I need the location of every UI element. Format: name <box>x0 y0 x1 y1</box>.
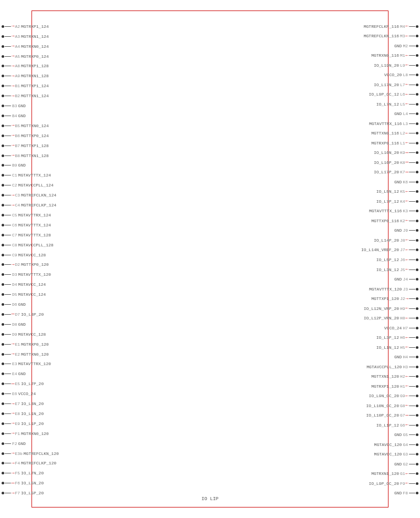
left-pin-d3: D3MGTAVTTTX_120 <box>2 271 51 278</box>
pin-dot <box>416 385 418 388</box>
pin-name: MGTTXN0_116 <box>371 131 399 136</box>
pin-dot <box>416 210 418 212</box>
pin-name: GND <box>394 44 402 48</box>
right-pin-h1: ←H1MGTRXP1_120 <box>371 383 418 390</box>
right-pin-j6: ←J6IO_L5P_12 <box>376 256 418 263</box>
pin-dot <box>416 122 418 125</box>
pin-name: GND <box>394 180 402 184</box>
pin-dot <box>2 372 4 375</box>
pin-name: MGTTXP1_120 <box>371 296 399 301</box>
pin-name: MGTAVCCPLL_128 <box>18 243 54 247</box>
pin-name: IO_L3P_12 <box>376 335 399 340</box>
right-pin-h4: H4GND <box>394 354 418 360</box>
pin-name: GND <box>394 228 402 233</box>
pin-dot <box>416 366 418 368</box>
pin-dot <box>2 472 4 474</box>
pin-name: MGTAVTTTX_120 <box>18 272 51 277</box>
pin-name: IO_L9N_CC_20 <box>369 393 399 398</box>
left-pin-b7: →B7MGTTXP1_128 <box>2 142 49 149</box>
pin-dot <box>2 174 4 177</box>
left-pin-d9: D9MGTAVCC_128 <box>2 331 46 338</box>
pin-dot <box>416 181 418 183</box>
pin-name: MGTAVTTRX_124 <box>18 213 51 217</box>
pin-dot <box>2 442 4 445</box>
right-pin-l4: L4GND <box>394 110 418 117</box>
left-pin-f7: →F7IO_L5P_20 <box>2 490 44 496</box>
pin-name: MGTAVCC_124 <box>18 292 46 297</box>
left-pin-e5: ↔E5IO_L7P_20 <box>2 380 44 387</box>
pin-name: IO_L10P_CC_20 <box>366 413 399 418</box>
pin-name: GND <box>18 302 26 307</box>
pin-name: IO_L5P_20 <box>21 491 44 495</box>
right-pin-g9: ←G9IO_L9N_CC_20 <box>369 392 418 399</box>
pin-dot <box>2 492 4 494</box>
pin-dot <box>2 25 4 28</box>
pin-dot <box>2 154 4 157</box>
right-pin-j4: J4GND <box>394 276 418 283</box>
pin-name: MGTRXN1_120 <box>371 471 399 476</box>
pin-dot <box>2 184 4 187</box>
pin-name: VCCO_24 <box>18 391 36 396</box>
pin-name: GND <box>18 322 26 327</box>
pin-name: MGTTXN1_128 <box>21 153 49 158</box>
pin-dot <box>2 105 4 107</box>
right-pin-l3: L3MGTAVTTRX_116 <box>369 120 418 127</box>
pin-dot <box>2 353 4 356</box>
pin-dot <box>416 171 418 173</box>
pin-dot <box>2 392 4 395</box>
left-pin-f1: →F1MGTRXN0_120 <box>2 430 49 437</box>
pin-dot <box>416 35 418 37</box>
pin-dot <box>2 323 4 326</box>
pin-name: MGTAVTTTX_116 <box>369 209 402 213</box>
right-pin-h5: ←H5IO_L1N_12 <box>376 344 418 351</box>
right-pin-j2: →J2MGTTXP1_120 <box>371 295 418 302</box>
left-pin-a5: →A5MGTRXP0_124 <box>2 53 49 60</box>
pin-dot <box>416 288 418 291</box>
right-pin-h7: H7VCCO_24 <box>384 325 418 331</box>
pin-dot <box>416 327 418 329</box>
right-pin-j3: J3MGTAVTTTX_120 <box>369 286 418 293</box>
pin-dot <box>416 74 418 76</box>
right-pin-m1: ←M1MGTRXN0_116 <box>371 52 418 59</box>
left-pin-a2: →A2MGTRXP1_124 <box>2 23 49 30</box>
right-pin-h8: ←H8IO_L12P_VRN_20 <box>364 315 418 322</box>
left-pin-a9: →A9MGTRXN1_128 <box>2 72 49 79</box>
left-pin-d4: D4MGTAVCC_124 <box>2 281 46 288</box>
pin-dot <box>416 142 418 144</box>
pin-name: MGTAVTTTX_120 <box>369 287 402 292</box>
pin-dot <box>2 343 4 346</box>
right-pin-j8: ←J8IO_L14P_20 <box>374 237 418 244</box>
right-pin-l9: ←L9IO_L19N_20 <box>374 62 418 69</box>
pin-name: IO_L19N_20 <box>374 63 399 68</box>
pin-dot <box>2 432 4 435</box>
left-pin-d2: →D2MGTTXP0_120 <box>2 261 49 268</box>
left-pin-e3b: →E3bMGTREFCLKN_120 <box>2 450 59 457</box>
pin-name: IO_L10N_CC_20 <box>366 403 399 408</box>
pin-name: IO_L5N_12 <box>376 189 399 194</box>
pin-name: IO_L1P_12 <box>376 423 399 428</box>
pin-dot <box>2 333 4 336</box>
pin-dot <box>2 273 4 276</box>
pin-dot <box>416 297 418 300</box>
pin-dot <box>2 144 4 147</box>
pin-name: IO_L3P_20 <box>21 312 44 317</box>
pin-dot <box>416 424 418 427</box>
pin-name: IO_L1N_12 <box>376 345 399 350</box>
pin-dot <box>2 234 4 236</box>
pin-name: MGTREFCLKN_120 <box>24 451 59 456</box>
pin-dot <box>2 224 4 226</box>
left-pin-f5: →F5IO_L7N_20 <box>2 470 44 476</box>
left-pin-f4: →F4MGTREFCLKP_120 <box>2 460 56 467</box>
pin-name: MGTTXN1_124 <box>21 94 49 98</box>
right-pin-m3: ←M3MGTREFCLKN_116 <box>364 33 418 39</box>
pin-name: IO_L12P_VRN_20 <box>364 316 399 320</box>
pin-dot <box>2 75 4 77</box>
left-pin-f6: ↔F6IO_L5N_20 <box>2 480 44 486</box>
chip-body: →A2MGTRXP1_124→A3MGTRXN1_124→A4MGTRXN0_1… <box>32 11 388 507</box>
pin-dot <box>416 200 418 203</box>
left-pin-e3: E3MGTAVTTRX_120 <box>2 360 51 367</box>
right-pin-g6: ←G6IO_L1P_12 <box>376 422 418 429</box>
right-pin-h2: ←H2MGTTXN1_120 <box>371 373 418 380</box>
pin-dot <box>416 103 418 106</box>
pin-dot <box>2 125 4 127</box>
